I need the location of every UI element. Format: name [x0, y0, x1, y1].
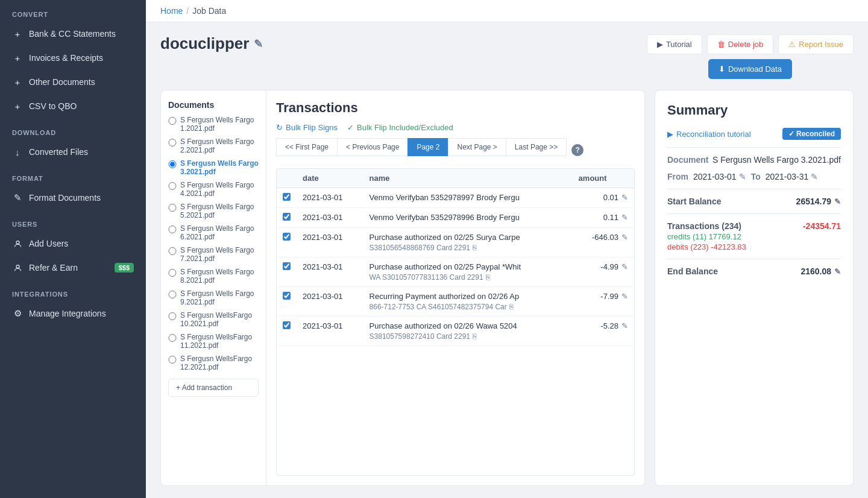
- copy-icon[interactable]: ⎘: [486, 273, 490, 282]
- copy-icon[interactable]: ⎘: [473, 332, 477, 341]
- edit-title-icon[interactable]: ✎: [254, 37, 263, 51]
- transactions-actions: ↻ Bulk Flip Signs ✓ Bulk Flip Included/E…: [276, 123, 635, 132]
- bulk-flip-included-link[interactable]: ✓ Bulk Flip Included/Excluded: [347, 123, 453, 132]
- row-5-checkbox[interactable]: [283, 321, 291, 329]
- last-page-button[interactable]: Last Page >>: [506, 138, 567, 156]
- topbar: Home / Job Data: [146, 0, 868, 22]
- doc-radio-3[interactable]: [168, 160, 177, 168]
- doc-item-10[interactable]: S Fergusn WellsFargo 10.2021.pdf: [168, 311, 259, 328]
- doc-item-6[interactable]: S Fergusn Wells Fargo 6.2021.pdf: [168, 224, 259, 241]
- doc-item-9[interactable]: S Fergusn Wells Fargo 9.2021.pdf: [168, 289, 259, 306]
- copy-icon[interactable]: ⎘: [509, 303, 514, 311]
- page-title-text: docuclipper: [160, 34, 249, 53]
- doc-radio-5[interactable]: [168, 204, 177, 212]
- doc-item-4[interactable]: S Fergusn Wells Fargo 4.2021.pdf: [168, 181, 259, 198]
- doc-item-3[interactable]: S Fergusn Wells Fargo 3.2021.pdf: [168, 159, 259, 176]
- sidebar-item-bank-cc[interactable]: + Bank & CC Statements: [0, 22, 146, 46]
- sidebar-item-csv-qbo[interactable]: + CSV to QBO: [0, 94, 146, 118]
- reconciliation-row: ▶ Reconciliation tutorial ✓ Reconciled: [667, 128, 841, 140]
- row-1-edit-icon[interactable]: ✎: [621, 213, 628, 222]
- start-balance-edit-icon[interactable]: ✎: [834, 197, 841, 206]
- row-3-amount-value: -4.99: [600, 262, 618, 271]
- first-page-button[interactable]: << First Page: [276, 138, 337, 156]
- play-icon: ▶: [657, 40, 663, 49]
- doc-label-1: S Fergusn Wells Fargo 1.2021.pdf: [180, 116, 259, 133]
- page-header: docuclipper ✎ ▶ Tutorial 🗑 Delete job ⚠ …: [160, 34, 854, 79]
- current-page-button[interactable]: Page 2: [407, 138, 448, 156]
- doc-radio-7[interactable]: [168, 247, 177, 255]
- doc-radio-10[interactable]: [168, 312, 177, 320]
- doc-item-2[interactable]: S Fergusn Wells Fargo 2.2021.pdf: [168, 137, 259, 154]
- sidebar-item-other-docs-label: Other Documents: [29, 77, 95, 87]
- transactions-summary-row: Transactions (234) -24354.71 credits (11…: [667, 221, 841, 251]
- doc-label-5: S Fergusn Wells Fargo 5.2021.pdf: [180, 203, 259, 219]
- help-icon[interactable]: ?: [571, 144, 583, 156]
- sidebar-item-other-docs[interactable]: + Other Documents: [0, 70, 146, 94]
- end-balance-edit-icon[interactable]: ✎: [834, 267, 841, 276]
- doc-radio-9[interactable]: [168, 291, 177, 298]
- sidebar-item-converted-files[interactable]: ↓ Converted Files: [0, 140, 146, 164]
- breadcrumb-separator: /: [186, 6, 189, 16]
- doc-radio-12[interactable]: [168, 356, 177, 364]
- reconciliation-tutorial-link[interactable]: ▶ Reconciliation tutorial: [667, 130, 751, 139]
- breadcrumb-home[interactable]: Home: [160, 6, 183, 16]
- doc-item-1[interactable]: S Fergusn Wells Fargo 1.2021.pdf: [168, 116, 259, 133]
- row-0-edit-icon[interactable]: ✎: [621, 193, 628, 202]
- download-data-label: Download Data: [728, 65, 782, 74]
- row-4-checkbox[interactable]: [283, 292, 291, 300]
- start-balance-row: Start Balance 26514.79 ✎: [667, 197, 841, 206]
- row-4-name: Recurring Payment authorized on 02/26 Ap…: [363, 287, 573, 317]
- row-3-checkbox[interactable]: [283, 262, 291, 270]
- sidebar-item-add-users[interactable]: Add Users: [0, 232, 146, 256]
- download-data-button[interactable]: ⬇ Download Data: [708, 59, 792, 79]
- row-0-checkbox-cell: [277, 188, 297, 208]
- row-1-checkbox[interactable]: [283, 213, 291, 221]
- row-2-checkbox[interactable]: [283, 233, 291, 241]
- add-transaction-button[interactable]: + Add transaction: [168, 379, 259, 397]
- row-3-edit-icon[interactable]: ✎: [621, 262, 628, 271]
- doc-item-11[interactable]: S Fergusn WellsFargo 11.2021.pdf: [168, 333, 259, 350]
- row-3-amount-cell: -4.99✎: [579, 262, 628, 271]
- download-section-label: DOWNLOAD: [0, 118, 146, 140]
- copy-icon[interactable]: ⎘: [473, 244, 477, 252]
- row-5-edit-icon[interactable]: ✎: [621, 321, 628, 330]
- sidebar-item-invoices[interactable]: + Invoices & Receipts: [0, 46, 146, 70]
- to-edit-icon[interactable]: ✎: [811, 172, 818, 181]
- header-actions: ▶ Tutorial 🗑 Delete job ⚠ Report Issue ⬇: [647, 34, 854, 79]
- transactions-table: date name amount 2021-03-01Venmo Verifyb…: [276, 168, 635, 476]
- sidebar-item-format-docs[interactable]: ✎ Format Documents: [0, 186, 146, 210]
- pagination: << First Page < Previous Page Page 2 Nex…: [276, 138, 567, 156]
- doc-item-12[interactable]: S Fergusn WellsFargo 12.2021.pdf: [168, 355, 259, 371]
- sidebar-item-refer-earn[interactable]: Refer & Earn $$$: [0, 256, 146, 280]
- reconciled-badge: ✓ Reconciled: [782, 128, 841, 140]
- transactions-panel: Transactions ↻ Bulk Flip Signs ✓ Bulk Fl…: [266, 90, 644, 485]
- bulk-flip-signs-link[interactable]: ↻ Bulk Flip Signs: [276, 123, 338, 132]
- prev-page-button[interactable]: < Previous Page: [337, 138, 407, 156]
- doc-radio-2[interactable]: [168, 139, 177, 147]
- delete-job-button[interactable]: 🗑 Delete job: [707, 34, 774, 54]
- doc-radio-8[interactable]: [168, 269, 177, 277]
- doc-item-8[interactable]: S Fergusn Wells Fargo 8.2021.pdf: [168, 268, 259, 285]
- doc-radio-6[interactable]: [168, 225, 177, 233]
- table-row: 2021-03-01Purchase authorized on 02/26 W…: [277, 317, 634, 346]
- from-edit-icon[interactable]: ✎: [739, 172, 746, 181]
- row-2-edit-icon[interactable]: ✎: [621, 233, 628, 242]
- row-4-edit-icon[interactable]: ✎: [621, 292, 628, 301]
- sidebar-item-converted-files-label: Converted Files: [29, 147, 88, 157]
- row-0-amount: 0.01✎: [573, 188, 634, 208]
- doc-radio-4[interactable]: [168, 182, 177, 190]
- sidebar-item-add-users-label: Add Users: [29, 239, 68, 248]
- doc-radio-11[interactable]: [168, 334, 177, 342]
- row-1-name: Venmo Verifyban 5352978996 Brody Fergu: [363, 208, 573, 228]
- row-5-date: 2021-03-01: [297, 317, 363, 346]
- row-0-checkbox[interactable]: [283, 193, 291, 201]
- doc-item-7[interactable]: S Fergusn Wells Fargo 7.2021.pdf: [168, 246, 259, 263]
- report-issue-button[interactable]: ⚠ Report Issue: [778, 34, 854, 54]
- sidebar-item-manage-integrations[interactable]: ⚙ Manage Integrations: [0, 301, 146, 326]
- next-page-button[interactable]: Next Page >: [448, 138, 505, 156]
- doc-item-5[interactable]: S Fergusn Wells Fargo 5.2021.pdf: [168, 203, 259, 219]
- tutorial-button[interactable]: ▶ Tutorial: [647, 34, 702, 54]
- doc-radio-1[interactable]: [168, 117, 177, 125]
- row-4-amount: -7.99✎: [573, 287, 634, 317]
- warning-icon: ⚠: [788, 40, 796, 49]
